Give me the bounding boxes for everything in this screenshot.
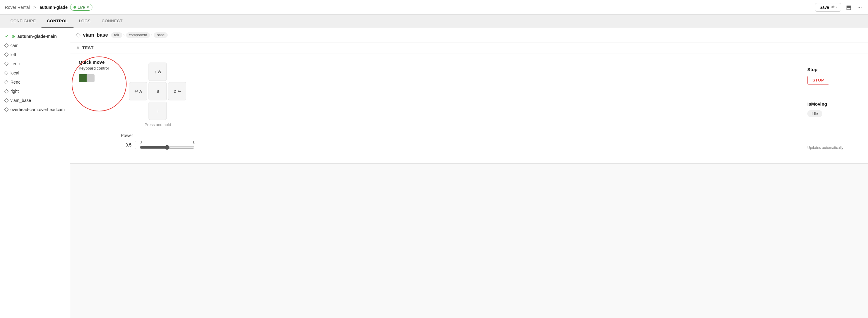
dir-btn-empty-4 <box>168 102 186 120</box>
diamond-icon <box>4 80 8 84</box>
press-hold-label: Press and hold <box>145 122 171 127</box>
live-dot <box>73 6 76 8</box>
quick-move-circle <box>72 56 127 111</box>
test-content: Quick move Keyboard control ↑ W <box>70 53 868 163</box>
diamond-icon <box>4 98 8 103</box>
sidebar-local-label: local <box>10 70 19 76</box>
sidebar-item-right[interactable]: right <box>0 87 70 96</box>
breadcrumb-current: autumn-glade <box>40 5 68 10</box>
is-moving-section: IsMoving Idle <box>807 101 856 117</box>
sidebar-right-label: right <box>10 89 19 94</box>
dir-a-label: A <box>140 89 142 94</box>
tag-rdk: rdk <box>111 32 122 38</box>
toggle-off-half <box>87 74 95 82</box>
updates-auto-label: Updates automatically <box>807 140 856 150</box>
sidebar: ✓ ⊙ autumn-glade-main cam left Lenc loca… <box>0 28 70 318</box>
right-panel: Stop STOP IsMoving Idle Updates automati… <box>801 59 862 157</box>
power-label: Power <box>121 133 194 138</box>
sidebar-item-local[interactable]: local <box>0 68 70 78</box>
dir-btn-empty-1 <box>129 63 147 81</box>
dir-w-label: W <box>158 69 161 74</box>
direction-grid: ↑ W ↩ A S D <box>129 63 186 120</box>
sidebar-left-label: left <box>10 52 16 57</box>
top-bar: Rover Rental > autumn-glade Live ▾ Save … <box>0 0 868 15</box>
power-slider[interactable] <box>140 145 194 150</box>
keyboard-toggle[interactable] <box>79 74 95 82</box>
test-panel: ✕ TEST Quick move Keyboard control <box>70 42 868 164</box>
breadcrumb-sep: > <box>34 5 36 10</box>
sidebar-item-overhead[interactable]: overhead-cam:overheadcam <box>0 105 70 114</box>
test-header[interactable]: ✕ TEST <box>70 42 868 53</box>
sidebar-renc-label: Renc <box>10 80 21 85</box>
power-section: Power 0.5 0 1 <box>121 133 194 150</box>
power-value[interactable]: 0.5 <box>121 141 136 149</box>
dir-btn-a[interactable]: ↩ A <box>129 82 147 100</box>
sidebar-main-label: autumn-glade-main <box>18 34 57 39</box>
slider-max: 1 <box>192 140 194 144</box>
sidebar-item-left[interactable]: left <box>0 50 70 59</box>
sidebar-lenc-label: Lenc <box>10 61 20 66</box>
quick-move-title: Quick move <box>76 59 108 65</box>
tab-configure[interactable]: CONFIGURE <box>5 15 41 28</box>
stop-section: Stop STOP <box>807 67 856 94</box>
dir-btn-w[interactable]: ↑ W <box>149 63 167 81</box>
sidebar-item-viam-base[interactable]: viam_base <box>0 96 70 105</box>
export-icon-button[interactable]: ⬒ <box>845 3 852 12</box>
idle-badge: Idle <box>807 110 822 117</box>
dir-d-label: D <box>174 89 176 94</box>
keyboard-control-label: Keyboard control <box>76 66 108 70</box>
save-kbd: ⌘S <box>831 5 837 9</box>
tab-connect[interactable]: CONNECT <box>96 15 128 28</box>
slider-labels: 0 1 <box>140 140 194 144</box>
stop-button[interactable]: STOP <box>807 76 829 85</box>
more-options-button[interactable]: ··· <box>856 3 863 11</box>
dir-up-arrow: ↑ <box>154 69 156 74</box>
direction-section: ↑ W ↩ A S D <box>121 63 194 157</box>
tab-logs[interactable]: LOGS <box>73 15 96 28</box>
test-label: TEST <box>82 46 94 50</box>
diamond-icon <box>4 108 8 112</box>
dir-btn-empty-3 <box>129 102 147 120</box>
component-diamond-icon <box>75 33 81 38</box>
diamond-icon <box>4 44 8 48</box>
dir-btn-d[interactable]: D ↪ <box>168 82 186 100</box>
quick-move-section: Quick move Keyboard control <box>76 59 108 157</box>
sidebar-item-lenc[interactable]: Lenc <box>0 59 70 68</box>
tab-control[interactable]: CONTROL <box>41 15 73 28</box>
breadcrumb-rover[interactable]: Rover Rental <box>5 5 30 10</box>
live-badge[interactable]: Live ▾ <box>70 4 92 11</box>
dir-left-arrow: ↩ <box>134 89 138 94</box>
tag-component: component <box>126 32 150 38</box>
sidebar-item-main[interactable]: ✓ ⊙ autumn-glade-main <box>0 32 70 41</box>
dir-btn-down[interactable]: ↓ <box>149 102 167 120</box>
sidebar-cam-label: cam <box>10 43 18 48</box>
dir-btn-s[interactable]: S <box>149 82 167 100</box>
component-header: viam_base rdk › component › base <box>70 28 868 42</box>
slider-container: 0 1 <box>140 140 194 150</box>
tag-sep-1: › <box>124 33 125 37</box>
tag-base: base <box>154 32 168 38</box>
dir-btn-empty-2 <box>168 63 186 81</box>
toggle-on-half <box>79 74 87 82</box>
component-name: viam_base <box>83 32 108 38</box>
tag-sep-2: › <box>151 33 153 37</box>
save-label: Save <box>819 5 829 10</box>
live-sidebar-icon: ⊙ <box>11 34 15 39</box>
live-chevron-icon: ▾ <box>87 5 89 9</box>
power-row: 0.5 0 1 <box>121 140 194 150</box>
dir-s-label: S <box>156 89 159 94</box>
save-button[interactable]: Save ⌘S <box>815 3 841 11</box>
nav-tabs: CONFIGURE CONTROL LOGS CONNECT <box>0 15 868 28</box>
content-spacer <box>207 59 801 157</box>
top-bar-actions: Save ⌘S ⬒ ··· <box>815 3 863 12</box>
sidebar-overhead-label: overhead-cam:overheadcam <box>10 107 65 112</box>
sidebar-item-cam[interactable]: cam <box>0 41 70 50</box>
main-layout: ✓ ⊙ autumn-glade-main cam left Lenc loca… <box>0 28 868 318</box>
check-icon: ✓ <box>5 34 8 39</box>
dir-right-arrow: ↪ <box>178 89 181 94</box>
dir-down-arrow: ↓ <box>156 108 159 114</box>
sidebar-item-renc[interactable]: Renc <box>0 78 70 87</box>
stop-title: Stop <box>807 67 856 72</box>
content-area: viam_base rdk › component › base ✕ TEST … <box>70 28 868 318</box>
test-close-icon: ✕ <box>76 46 80 50</box>
